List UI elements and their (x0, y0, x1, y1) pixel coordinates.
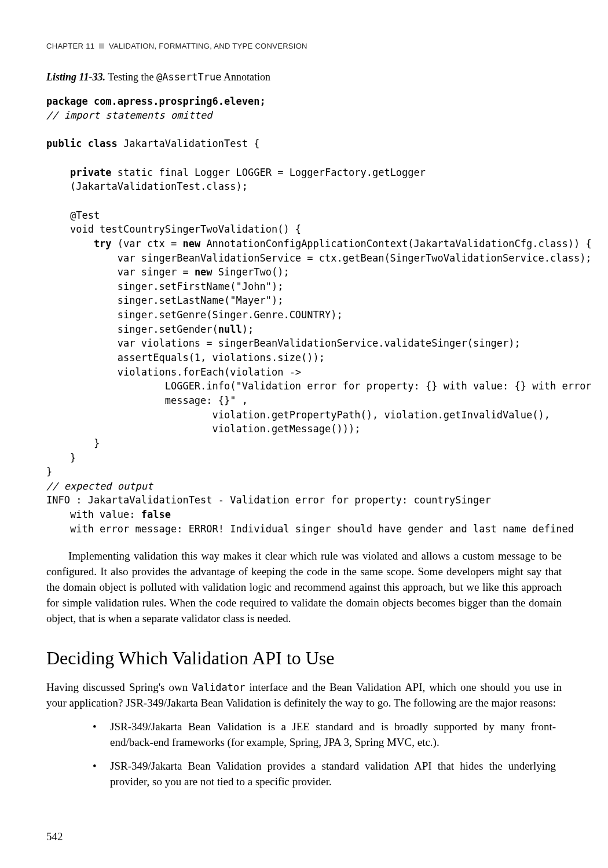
list-item: JSR-349/Jakarta Bean Validation is a JEE… (110, 719, 562, 751)
code-line: false (141, 509, 171, 520)
code-line: var singer = (46, 266, 195, 278)
code-line: message: {}" , (46, 395, 248, 406)
code-line: static final Logger LOGGER = LoggerFacto… (112, 167, 426, 178)
code-line: violation.getMessage())); (46, 423, 360, 435)
code-line: (JakartaValidationTest.class); (46, 181, 248, 192)
code-line: void testCountrySingerTwoValidation() { (46, 223, 301, 235)
section-intro: Having discussed Spring's own Validator … (46, 680, 562, 711)
listing-caption: Listing 11-33. Testing the @AssertTrue A… (46, 69, 562, 85)
section-intro-code: Validator (192, 682, 245, 693)
code-line: } (46, 466, 52, 477)
code-line: assertEquals(1, violations.size()); (46, 352, 325, 363)
code-line: LOGGER.info("Validation error for proper… (46, 380, 598, 392)
code-line: new (182, 238, 200, 249)
code-line: null (218, 323, 242, 335)
code-line: private (46, 167, 112, 178)
code-line: new (195, 266, 213, 278)
listing-text-a: Testing the (105, 71, 156, 83)
code-line: SingerTwo(); (213, 266, 290, 278)
code-line: com.apress.prospring6.eleven; (88, 95, 266, 107)
code-line: var singerBeanValidationService = ctx.ge… (46, 252, 592, 264)
code-line: singer.setFirstName("John"); (46, 281, 283, 292)
code-line: package (46, 95, 88, 107)
code-line: violation.getPropertyPath(), violation.g… (46, 409, 556, 421)
header-square-icon (99, 43, 104, 49)
code-block: package com.apress.prospring6.eleven; //… (46, 94, 562, 536)
page-number: 542 (46, 829, 63, 845)
listing-number: Listing 11-33. (46, 71, 105, 83)
code-line: } (46, 437, 100, 449)
code-line: JakartaValidationTest { (118, 138, 260, 149)
chapter-title: VALIDATION, FORMATTING, AND TYPE CONVERS… (109, 42, 307, 50)
code-line: singer.setGender( (46, 323, 218, 335)
code-line: violations.forEach(violation -> (46, 366, 301, 378)
code-line: with value: (46, 509, 141, 520)
code-line: var violations = singerBeanValidationSer… (46, 337, 521, 349)
section-heading: Deciding Which Validation API to Use (46, 644, 562, 672)
code-line: try (46, 238, 112, 249)
code-line: } (46, 452, 76, 464)
code-line: public class (46, 138, 118, 149)
code-line: @Test (46, 209, 100, 221)
code-line: singer.setGenre(Singer.Genre.COUNTRY); (46, 309, 343, 321)
body-paragraph: Implementing validation this way makes i… (46, 549, 562, 627)
listing-code-inline: @AssertTrue (156, 71, 222, 83)
code-line: INFO : JakartaValidationTest - Validatio… (46, 494, 491, 506)
list-item: JSR-349/Jakarta Bean Validation provides… (110, 759, 562, 790)
code-line: with error message: ERROR! Individual si… (46, 523, 574, 535)
code-line: AnnotationConfigApplicationContext(Jakar… (200, 238, 592, 249)
code-line: // expected output (46, 480, 153, 492)
code-line: singer.setLastName("Mayer"); (46, 295, 283, 306)
code-line: // import statements omitted (46, 109, 213, 121)
bullet-list: JSR-349/Jakarta Bean Validation is a JEE… (46, 719, 562, 790)
listing-text-b: Annotation (222, 71, 271, 83)
section-intro-a: Having discussed Spring's own (46, 681, 192, 693)
code-line: ); (242, 323, 254, 335)
chapter-number: CHAPTER 11 (46, 42, 94, 50)
running-header: CHAPTER 11 VALIDATION, FORMATTING, AND T… (46, 41, 562, 52)
code-line: (var ctx = (112, 238, 183, 249)
